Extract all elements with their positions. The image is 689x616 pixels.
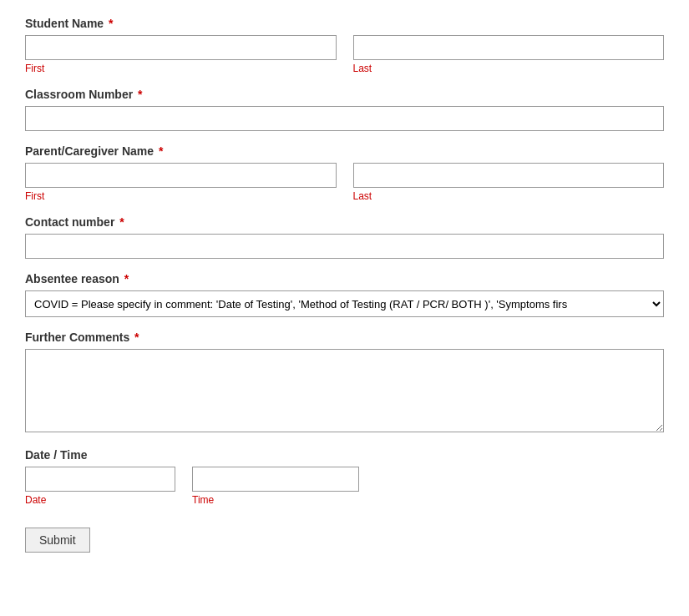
student-name-section: Student Name * First Last [25,17,664,74]
student-first-name-input[interactable] [25,35,337,60]
further-comments-textarea[interactable] [25,349,664,432]
parent-name-row: First Last [25,163,664,202]
absentee-reason-section: Absentee reason * COVID = Please specify… [25,272,664,317]
student-first-sublabel: First [25,63,337,74]
student-last-sublabel: Last [353,63,665,74]
date-time-label: Date / Time [25,448,664,462]
absentee-required: * [121,272,129,285]
student-name-required: * [105,17,113,30]
classroom-number-label: Classroom Number * [25,88,664,101]
further-comments-label: Further Comments * [25,331,664,344]
parent-name-section: Parent/Caregiver Name * First Last [25,144,664,202]
classroom-number-input[interactable] [25,106,664,131]
parent-last-name-input[interactable] [353,163,665,188]
student-name-row: First Last [25,35,664,74]
parent-last-name-col: Last [353,163,665,202]
date-sublabel: Date [25,494,175,506]
parent-last-sublabel: Last [353,190,665,202]
submit-button[interactable]: Submit [25,528,90,553]
date-col: Date [25,467,175,506]
time-col: Time [192,467,359,506]
absentee-reason-label: Absentee reason * [25,272,664,285]
classroom-required: * [134,88,142,101]
absentee-reason-select[interactable]: COVID = Please specify in comment: 'Date… [25,290,664,317]
student-last-name-input[interactable] [353,35,665,60]
further-comments-section: Further Comments * [25,331,664,435]
parent-first-sublabel: First [25,190,337,202]
comments-required: * [131,331,139,344]
student-first-name-col: First [25,35,337,74]
contact-number-input[interactable] [25,234,664,259]
date-time-section: Date / Time Date Time [25,448,664,506]
submit-section: Submit [25,519,664,553]
time-sublabel: Time [192,494,359,506]
parent-name-label: Parent/Caregiver Name * [25,144,664,158]
parent-first-name-input[interactable] [25,163,337,188]
parent-first-name-col: First [25,163,337,202]
datetime-row: Date Time [25,467,664,506]
contact-number-label: Contact number * [25,215,664,229]
contact-number-section: Contact number * [25,215,664,259]
parent-required: * [155,144,163,158]
student-last-name-col: Last [353,35,665,74]
date-input[interactable] [25,467,175,492]
student-name-label: Student Name * [25,17,664,30]
time-input[interactable] [192,467,359,492]
classroom-number-section: Classroom Number * [25,88,664,131]
contact-required: * [116,215,124,229]
